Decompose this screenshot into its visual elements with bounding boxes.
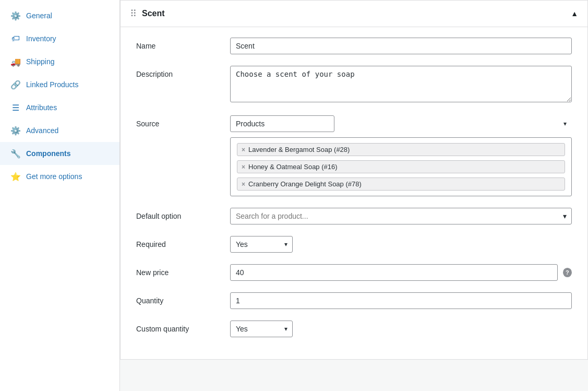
new-price-label: New price bbox=[136, 264, 220, 277]
sidebar-item-components[interactable]: 🔧Components bbox=[0, 142, 119, 165]
sidebar-item-general[interactable]: ⚙️General bbox=[0, 4, 119, 27]
required-select-wrapper: YesNo bbox=[230, 236, 293, 253]
sidebar-item-label-general: General bbox=[26, 11, 52, 20]
tag-remove-icon[interactable]: × bbox=[242, 181, 245, 188]
sidebar-item-label-inventory: Inventory bbox=[26, 34, 56, 43]
sidebar-item-attributes[interactable]: ☰Attributes bbox=[0, 96, 119, 119]
source-label: Source bbox=[136, 115, 220, 128]
sidebar-item-advanced[interactable]: ⚙️Advanced bbox=[0, 119, 119, 142]
quantity-input[interactable] bbox=[230, 292, 572, 309]
description-control bbox=[230, 66, 572, 104]
linked-products-icon: 🔗 bbox=[10, 79, 21, 90]
source-row: Source ProductsCategoriesCustom ×Lavende… bbox=[136, 115, 572, 196]
tag-item: ×Lavender & Bergamot Soap (#28) bbox=[237, 143, 565, 156]
sidebar-item-get-more-options[interactable]: ⭐Get more options bbox=[0, 165, 119, 188]
required-select[interactable]: YesNo bbox=[230, 236, 293, 253]
source-control: ProductsCategoriesCustom ×Lavender & Ber… bbox=[230, 115, 572, 196]
new-price-control: ? bbox=[230, 264, 572, 281]
app-layout: ⚙️General🏷Inventory🚚Shipping🔗Linked Prod… bbox=[0, 0, 588, 391]
sidebar-item-label-linked-products: Linked Products bbox=[26, 80, 78, 89]
sidebar-item-label-get-more-options: Get more options bbox=[26, 172, 82, 181]
default-option-control: ▾ bbox=[230, 208, 572, 224]
sidebar-item-shipping[interactable]: 🚚Shipping bbox=[0, 50, 119, 73]
required-row: Required YesNo bbox=[136, 236, 572, 253]
help-icon[interactable]: ? bbox=[563, 268, 572, 277]
custom-quantity-wrapper: YesNo bbox=[230, 321, 293, 337]
sidebar-item-label-components: Components bbox=[26, 149, 71, 158]
panel-title: Scent bbox=[142, 9, 165, 18]
components-icon: 🔧 bbox=[10, 148, 21, 159]
attributes-icon: ☰ bbox=[10, 102, 21, 113]
default-option-row: Default option ▾ bbox=[136, 208, 572, 224]
sidebar-item-label-advanced: Advanced bbox=[26, 126, 58, 135]
price-row: ? bbox=[230, 264, 572, 281]
sidebar: ⚙️General🏷Inventory🚚Shipping🔗Linked Prod… bbox=[0, 0, 120, 391]
quantity-control bbox=[230, 292, 572, 309]
description-label: Description bbox=[136, 66, 220, 78]
panel-header[interactable]: ⠿ Scent ▲ bbox=[121, 1, 587, 27]
general-icon: ⚙️ bbox=[10, 10, 21, 21]
tag-label: Lavender & Bergamot Soap (#28) bbox=[248, 146, 350, 153]
tag-item: ×Cranberry Orange Delight Soap (#78) bbox=[237, 177, 565, 191]
name-control bbox=[230, 38, 572, 54]
custom-quantity-select[interactable]: YesNo bbox=[230, 321, 293, 337]
required-control: YesNo bbox=[230, 236, 572, 253]
default-option-input[interactable] bbox=[230, 208, 572, 224]
tag-label: Cranberry Orange Delight Soap (#78) bbox=[248, 180, 362, 188]
new-price-input[interactable] bbox=[230, 264, 558, 281]
source-type-wrapper: ProductsCategoriesCustom bbox=[230, 115, 572, 132]
default-option-label: Default option bbox=[136, 208, 220, 220]
custom-quantity-label: Custom quantity bbox=[136, 321, 220, 333]
advanced-icon: ⚙️ bbox=[10, 125, 21, 136]
panel-header-left: ⠿ Scent bbox=[130, 8, 165, 19]
custom-quantity-control: YesNo bbox=[230, 321, 572, 337]
inventory-icon: 🏷 bbox=[10, 33, 21, 44]
sidebar-item-inventory[interactable]: 🏷Inventory bbox=[0, 27, 119, 50]
name-row: Name bbox=[136, 38, 572, 54]
collapse-icon[interactable]: ▲ bbox=[571, 9, 578, 18]
tag-item: ×Honey & Oatmeal Soap (#16) bbox=[237, 160, 565, 173]
required-label: Required bbox=[136, 236, 220, 248]
tags-container: ×Lavender & Bergamot Soap (#28)×Honey & … bbox=[230, 137, 572, 196]
scent-panel: ⠿ Scent ▲ Name Description bbox=[120, 0, 588, 360]
panel-body: Name Description Source bbox=[121, 27, 587, 359]
description-row: Description bbox=[136, 66, 572, 104]
get-more-options-icon: ⭐ bbox=[10, 171, 21, 182]
main-content: ⠿ Scent ▲ Name Description bbox=[120, 0, 588, 391]
quantity-label: Quantity bbox=[136, 292, 220, 305]
sidebar-item-label-attributes: Attributes bbox=[26, 103, 57, 112]
name-label: Name bbox=[136, 38, 220, 50]
description-textarea[interactable] bbox=[230, 66, 572, 102]
new-price-row: New price ? bbox=[136, 264, 572, 281]
source-type-select[interactable]: ProductsCategoriesCustom bbox=[230, 115, 334, 132]
name-input[interactable] bbox=[230, 38, 572, 54]
sidebar-item-label-shipping: Shipping bbox=[26, 57, 55, 66]
drag-handle-icon[interactable]: ⠿ bbox=[130, 8, 137, 19]
tag-label: Honey & Oatmeal Soap (#16) bbox=[248, 163, 338, 171]
custom-quantity-row: Custom quantity YesNo bbox=[136, 321, 572, 337]
quantity-row: Quantity bbox=[136, 292, 572, 309]
default-option-wrapper: ▾ bbox=[230, 208, 572, 224]
sidebar-item-linked-products[interactable]: 🔗Linked Products bbox=[0, 73, 119, 96]
tag-remove-icon[interactable]: × bbox=[242, 163, 245, 171]
tag-remove-icon[interactable]: × bbox=[242, 146, 245, 153]
shipping-icon: 🚚 bbox=[10, 56, 21, 67]
